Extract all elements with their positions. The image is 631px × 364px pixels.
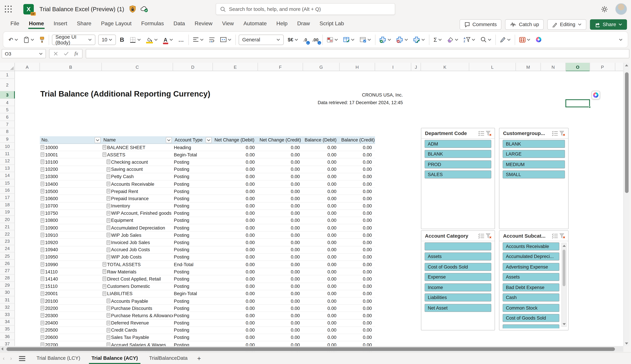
- slicer-item-common-stock[interactable]: Common Stock: [503, 304, 559, 312]
- slicer-item-sales[interactable]: SALES: [425, 170, 491, 178]
- cell-value[interactable]: 0.00: [303, 312, 340, 319]
- column-header-E[interactable]: E: [213, 63, 258, 71]
- cell-value[interactable]: 0.00: [258, 158, 303, 166]
- app-launcher-waffle-icon[interactable]: [4, 4, 13, 14]
- cell-name-20600[interactable]: Sales Tax Payable: [102, 334, 173, 341]
- cell-no-20100[interactable]: 20100: [40, 298, 102, 304]
- cell-value[interactable]: 0.00: [213, 173, 258, 180]
- column-header-account-type[interactable]: Account Type: [173, 136, 213, 144]
- slicer-item-prod[interactable]: PROD: [425, 160, 491, 168]
- cell-value[interactable]: 0.00: [213, 202, 258, 209]
- cell-no-10001[interactable]: 10001: [40, 151, 102, 158]
- column-header-balance-credit[interactable]: Balance (Credit): [340, 136, 375, 144]
- row-header-17[interactable]: 17: [0, 194, 15, 201]
- cell-value[interactable]: 0.00: [213, 246, 258, 253]
- slicer-item-large[interactable]: LARGE: [503, 150, 565, 158]
- cell-name-10990[interactable]: TOTAL ASSETS: [102, 261, 173, 268]
- font-color-button[interactable]: A: [162, 35, 174, 44]
- row-header-32[interactable]: 32: [0, 304, 15, 311]
- ribbon-tab-formulas[interactable]: Formulas: [136, 19, 169, 30]
- row-header-26[interactable]: 26: [0, 260, 15, 267]
- cell-value[interactable]: 0.00: [340, 290, 375, 297]
- row-header-34[interactable]: 34: [0, 318, 15, 326]
- slicer-multiselect-icon[interactable]: [478, 130, 485, 137]
- ribbon-tab-page-layout[interactable]: Page Layout: [96, 19, 137, 30]
- column-header-F[interactable]: F: [258, 63, 303, 71]
- editing-mode-button[interactable]: Editing: [547, 19, 586, 30]
- cell-no-20001[interactable]: 20001: [40, 290, 102, 297]
- row-header-31[interactable]: 31: [0, 296, 15, 304]
- slicer-scroll-down-icon[interactable]: [562, 322, 566, 326]
- row-header-2[interactable]: 2: [0, 79, 15, 91]
- cell-value[interactable]: 0.00: [213, 210, 258, 216]
- cell-value[interactable]: 0.00: [213, 195, 258, 202]
- cell-name-15110[interactable]: Customers Domestic: [102, 283, 173, 290]
- align-button[interactable]: [192, 36, 205, 44]
- cell-value[interactable]: 0.00: [303, 180, 340, 188]
- cell-no-15110[interactable]: 15110: [40, 283, 102, 290]
- font-size-select[interactable]: 10: [98, 34, 116, 45]
- cell-no-20500[interactable]: 20500: [40, 327, 102, 334]
- ribbon-tab-view[interactable]: View: [217, 19, 239, 30]
- delete-cells-button[interactable]: [395, 35, 409, 44]
- cell-value[interactable]: 0.00: [213, 261, 258, 268]
- cell-value[interactable]: 0.00: [213, 188, 258, 195]
- ink-button[interactable]: [499, 36, 512, 44]
- cell-value[interactable]: 0.00: [303, 224, 340, 231]
- cell-value[interactable]: 0.00: [340, 151, 375, 158]
- cell-value[interactable]: 0.00: [258, 232, 303, 239]
- cell-name-20100[interactable]: Accounts Payable: [102, 298, 173, 304]
- column-header-H[interactable]: H: [340, 63, 375, 71]
- ribbon-tab-help[interactable]: Help: [271, 19, 292, 30]
- cell-value[interactable]: 0.00: [303, 283, 340, 290]
- filter-dropdown-account-type[interactable]: [206, 137, 212, 143]
- cell-value[interactable]: 0.00: [213, 217, 258, 224]
- sheet-tab-trial-balance-lcy[interactable]: Trial Balance (LCY): [31, 353, 86, 364]
- document-title[interactable]: Trial Balance Excel (Preview) (1): [39, 6, 124, 12]
- slicer-item-adm[interactable]: ADM: [425, 140, 491, 148]
- cell-value[interactable]: 0.00: [258, 276, 303, 282]
- cell-value[interactable]: 0.00: [340, 195, 375, 202]
- cell-value[interactable]: 0.00: [213, 312, 258, 319]
- cell-no-10900[interactable]: 10900: [40, 224, 102, 231]
- row-header-6[interactable]: 6: [0, 114, 15, 121]
- column-header-net-change-debit[interactable]: Net Change (Debit): [213, 136, 258, 144]
- cell-value[interactable]: 0.00: [258, 173, 303, 180]
- column-header-net-change-credit[interactable]: Net Change (Credit): [258, 136, 303, 144]
- cell-value[interactable]: 0.00: [340, 334, 375, 341]
- cell-account-type-10500[interactable]: Posting: [173, 188, 213, 195]
- settings-gear-icon[interactable]: [601, 6, 608, 13]
- view-options-button[interactable]: [518, 36, 532, 44]
- search-bar[interactable]: [216, 3, 395, 15]
- cell-value[interactable]: 0.00: [258, 298, 303, 304]
- cell-account-type-14140[interactable]: Posting: [173, 276, 213, 282]
- cell-value[interactable]: 0.00: [258, 202, 303, 209]
- cell-value[interactable]: 0.00: [303, 305, 340, 312]
- row-header-33[interactable]: 33: [0, 311, 15, 318]
- cell-no-20400[interactable]: 20400: [40, 320, 102, 326]
- cell-value[interactable]: 0.00: [213, 320, 258, 326]
- row-header-20[interactable]: 20: [0, 216, 15, 223]
- cell-no-10920[interactable]: 10920: [40, 239, 102, 246]
- cell-no-10100[interactable]: 10100: [40, 158, 102, 166]
- column-header-balance-debit[interactable]: Balance (Debit): [303, 136, 340, 144]
- slicer-item-cost-of-goods-sold[interactable]: Cost of Goods Sold: [503, 314, 559, 322]
- cell-name-10950[interactable]: WIP Job Costs: [102, 254, 173, 260]
- cell-account-type-10940[interactable]: Posting: [173, 246, 213, 253]
- row-header-28[interactable]: 28: [0, 274, 15, 282]
- excel-app-icon[interactable]: X DF: [23, 4, 34, 14]
- row-header-7[interactable]: 7: [0, 121, 15, 128]
- row-header-21[interactable]: 21: [0, 223, 15, 230]
- undo-button[interactable]: ↶: [7, 35, 19, 44]
- column-header-O[interactable]: O: [566, 63, 590, 71]
- format-as-table-button[interactable]: [342, 36, 356, 44]
- cell-name-20400[interactable]: Deferred Revenue: [102, 320, 173, 326]
- slicer-item-medium[interactable]: MEDIUM: [503, 160, 565, 168]
- cell-value[interactable]: 0.00: [340, 254, 375, 260]
- cell-value[interactable]: 0.00: [303, 144, 340, 151]
- slicer-clear-filter-icon[interactable]: [485, 232, 492, 240]
- cell-value[interactable]: 0.00: [303, 276, 340, 282]
- ribbon-tab-review[interactable]: Review: [190, 19, 217, 30]
- slicer-item-cash[interactable]: Cash: [503, 294, 559, 302]
- cell-account-type-10400[interactable]: Posting: [173, 180, 213, 188]
